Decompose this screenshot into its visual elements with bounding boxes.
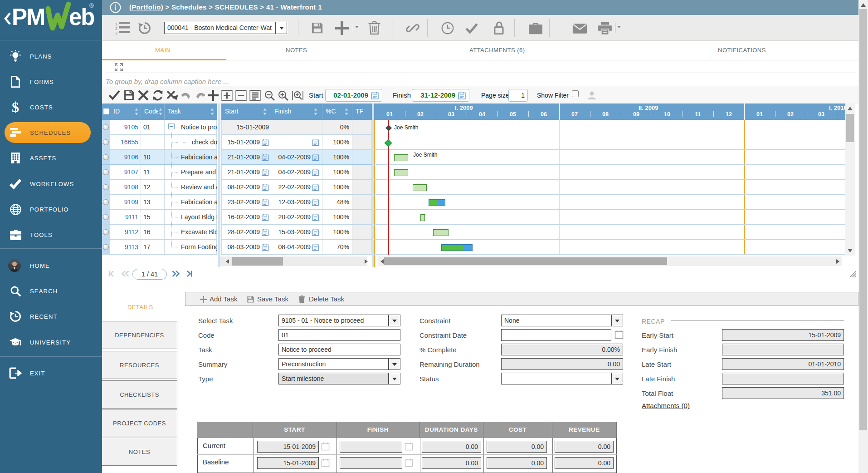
svg-text:1: 1 — [115, 22, 117, 26]
svg-text:2: 2 — [115, 26, 117, 31]
svg-text:3: 3 — [115, 31, 117, 35]
